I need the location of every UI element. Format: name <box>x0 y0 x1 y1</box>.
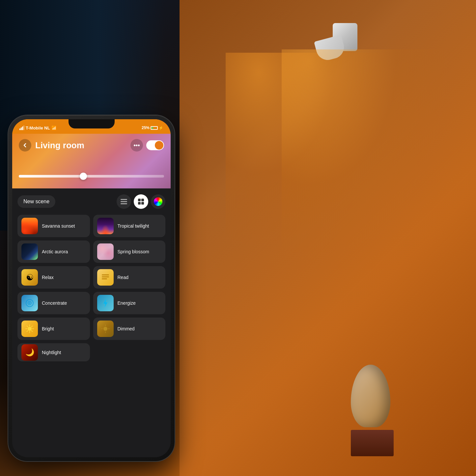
svg-rect-0 <box>121 199 127 200</box>
signal-icon <box>19 126 24 130</box>
more-options-button[interactable]: ••• <box>130 139 143 152</box>
svg-rect-9 <box>102 278 107 279</box>
notch <box>69 119 115 128</box>
svg-point-12 <box>29 302 30 304</box>
scene-name-arctic-aurora: Arctic aurora <box>42 249 68 254</box>
scene-name-bright: Bright <box>42 326 54 331</box>
header-controls: Living room ••• <box>12 136 171 155</box>
wifi-icon: 📶 <box>51 126 57 130</box>
bright-icon <box>25 324 34 333</box>
svg-rect-6 <box>141 202 144 205</box>
signal-bar-2 <box>21 127 22 130</box>
scene-thumb-concentrate <box>21 295 38 311</box>
scene-name-read: Read <box>118 275 128 280</box>
scenes-view-button[interactable] <box>134 194 148 209</box>
scene-card-savanna-sunset[interactable]: Savanna sunset <box>17 215 90 237</box>
new-scene-button[interactable]: New scene <box>17 195 55 208</box>
svg-rect-2 <box>121 203 127 204</box>
concentrate-icon <box>25 298 34 308</box>
svg-rect-5 <box>138 202 141 205</box>
relax-icon: ☯ <box>26 272 34 283</box>
scene-card-energize[interactable]: Energize <box>93 292 166 314</box>
list-icon <box>121 199 127 204</box>
battery-icon <box>151 126 158 130</box>
brightness-slider[interactable] <box>19 170 164 182</box>
scene-card-dimmed[interactable]: Dimmed <box>93 318 166 340</box>
carrier-info: T-Mobile NL 📶 <box>19 126 57 130</box>
battery-fill <box>152 127 153 129</box>
carrier-label: T-Mobile NL <box>26 126 50 130</box>
scene-thumb-savanna <box>21 218 38 234</box>
scene-thumb-bright <box>21 321 38 337</box>
room-title: Living room <box>35 140 130 151</box>
dimmed-icon <box>101 324 110 333</box>
scene-thumb-energize <box>97 295 114 311</box>
scene-thumb-tropical <box>97 218 114 234</box>
signal-bar-3 <box>22 126 23 130</box>
scene-card-arctic-aurora[interactable]: Arctic aurora <box>17 240 90 263</box>
signal-bar-4 <box>23 126 24 130</box>
svg-line-18 <box>27 326 28 327</box>
svg-rect-4 <box>141 199 144 201</box>
toggle-knob <box>155 141 163 150</box>
svg-rect-1 <box>121 201 127 202</box>
back-arrow-icon <box>22 142 28 148</box>
scene-name-tropical-twilight: Tropical twilight <box>118 223 149 229</box>
nightlight-icon: 🌙 <box>25 348 34 357</box>
signal-bar-1 <box>19 128 20 130</box>
svg-rect-8 <box>102 276 109 277</box>
scene-name-nightlight: Nightlight <box>42 350 61 355</box>
svg-rect-7 <box>102 274 109 275</box>
sculpture-head <box>351 365 390 427</box>
sculpture <box>351 365 394 456</box>
phone-screen-container: T-Mobile NL 📶 09:23 25% ⚡ <box>12 119 171 457</box>
scene-thumb-arctic <box>21 243 38 260</box>
phone-screen: T-Mobile NL 📶 09:23 25% ⚡ <box>12 119 171 457</box>
scene-card-read[interactable]: Read <box>93 266 166 289</box>
toolbar: New scene <box>17 194 165 209</box>
battery-percent: 25% <box>142 126 150 130</box>
scene-area: New scene <box>12 189 171 457</box>
scene-name-savanna-sunset: Savanna sunset <box>42 223 75 229</box>
scene-thumb-read <box>97 269 114 286</box>
scene-card-concentrate[interactable]: Concentrate <box>17 292 90 314</box>
scene-name-relax: Relax <box>42 275 54 280</box>
scene-card-nightlight[interactable]: 🌙 Nightlight <box>17 343 90 361</box>
scene-name-dimmed: Dimmed <box>118 326 135 331</box>
phone: T-Mobile NL 📶 09:23 25% ⚡ <box>8 115 175 461</box>
phone-outer: T-Mobile NL 📶 09:23 25% ⚡ <box>8 115 175 461</box>
scene-card-bright[interactable]: Bright <box>17 318 90 340</box>
svg-point-13 <box>28 327 32 331</box>
back-button[interactable] <box>19 139 31 152</box>
scene-thumb-dimmed <box>97 321 114 337</box>
lamp-light-cone <box>282 49 463 280</box>
room-toggle[interactable] <box>146 140 164 150</box>
scene-name-spring-blossom: Spring blossom <box>118 249 150 254</box>
read-icon <box>101 274 110 281</box>
scene-card-spring-blossom[interactable]: Spring blossom <box>93 240 166 263</box>
scene-thumb-relax: ☯ <box>21 269 38 286</box>
scene-thumb-spring <box>97 243 114 260</box>
charging-icon: ⚡ <box>159 126 163 130</box>
brightness-thumb[interactable] <box>80 173 87 180</box>
more-dots-icon: ••• <box>134 142 140 149</box>
scene-name-energize: Energize <box>118 300 136 306</box>
svg-line-20 <box>32 326 33 327</box>
svg-rect-3 <box>138 199 141 201</box>
scene-grid: Savanna sunset Tropical twilight Arctic … <box>17 215 165 361</box>
view-mode-buttons <box>117 194 165 209</box>
energize-icon <box>101 298 109 308</box>
battery-info: 25% ⚡ <box>142 126 163 130</box>
list-view-button[interactable] <box>117 194 131 209</box>
scene-card-relax[interactable]: ☯ Relax <box>17 266 90 289</box>
scenes-icon <box>138 198 144 205</box>
scene-card-tropical-twilight[interactable]: Tropical twilight <box>93 215 166 237</box>
color-view-button[interactable] <box>151 194 165 209</box>
color-wheel-icon <box>154 197 162 206</box>
svg-line-21 <box>27 331 28 332</box>
wall-lamp <box>298 20 364 86</box>
svg-point-22 <box>103 327 107 331</box>
brightness-track <box>19 175 164 178</box>
scene-name-concentrate: Concentrate <box>42 300 67 306</box>
sculpture-base <box>351 430 394 456</box>
